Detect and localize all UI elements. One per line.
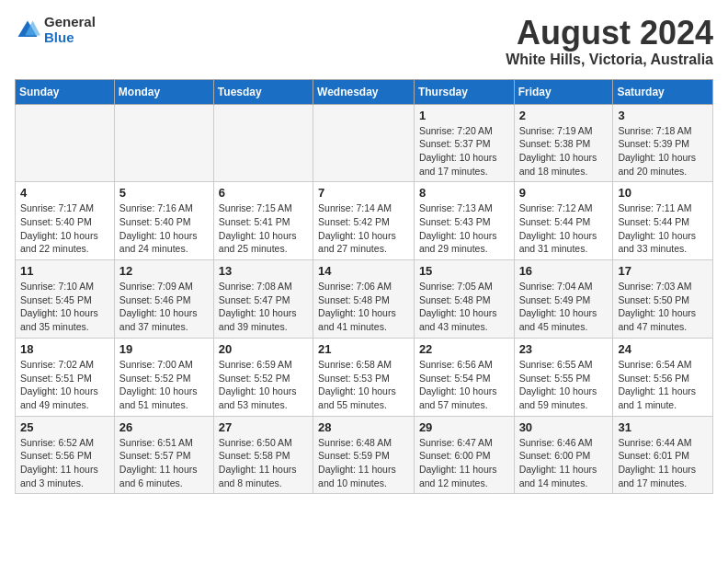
page-header: General Blue August 2024 White Hills, Vi… xyxy=(15,15,713,68)
cell-daylight-info: Sunrise: 6:59 AM Sunset: 5:52 PM Dayligh… xyxy=(219,358,308,412)
calendar-day-cell: 24Sunrise: 6:54 AM Sunset: 5:56 PM Dayli… xyxy=(613,338,713,416)
cell-date-number: 7 xyxy=(318,186,409,200)
cell-daylight-info: Sunrise: 7:13 AM Sunset: 5:43 PM Dayligh… xyxy=(419,201,509,256)
cell-daylight-info: Sunrise: 6:55 AM Sunset: 5:55 PM Dayligh… xyxy=(519,358,609,412)
empty-cell xyxy=(213,104,313,182)
calendar-week-row: 1Sunrise: 7:20 AM Sunset: 5:37 PM Daylig… xyxy=(16,104,713,182)
cell-date-number: 11 xyxy=(20,264,109,278)
calendar-day-cell: 6Sunrise: 7:15 AM Sunset: 5:41 PM Daylig… xyxy=(213,182,313,260)
day-header-monday: Monday xyxy=(114,79,213,104)
calendar-week-row: 18Sunrise: 7:02 AM Sunset: 5:51 PM Dayli… xyxy=(16,338,713,416)
cell-daylight-info: Sunrise: 6:50 AM Sunset: 5:58 PM Dayligh… xyxy=(219,436,308,490)
calendar-week-row: 4Sunrise: 7:17 AM Sunset: 5:40 PM Daylig… xyxy=(16,182,713,260)
calendar-day-cell: 25Sunrise: 6:52 AM Sunset: 5:56 PM Dayli… xyxy=(16,416,115,494)
cell-daylight-info: Sunrise: 6:54 AM Sunset: 5:56 PM Dayligh… xyxy=(618,358,708,412)
cell-date-number: 4 xyxy=(20,186,109,200)
calendar-day-cell: 31Sunrise: 6:44 AM Sunset: 6:01 PM Dayli… xyxy=(613,416,713,494)
calendar-day-cell: 13Sunrise: 7:08 AM Sunset: 5:47 PM Dayli… xyxy=(213,260,313,339)
day-header-sunday: Sunday xyxy=(16,79,115,104)
logo-general-text: General xyxy=(44,15,96,30)
calendar-day-cell: 16Sunrise: 7:04 AM Sunset: 5:49 PM Dayli… xyxy=(514,260,613,339)
calendar-table: SundayMondayTuesdayWednesdayThursdayFrid… xyxy=(15,79,713,495)
cell-date-number: 9 xyxy=(519,186,609,200)
cell-daylight-info: Sunrise: 7:09 AM Sunset: 5:46 PM Dayligh… xyxy=(119,280,209,334)
day-header-tuesday: Tuesday xyxy=(213,79,313,104)
location-subtitle: White Hills, Victoria, Australia xyxy=(506,52,713,68)
empty-cell xyxy=(313,104,415,182)
cell-date-number: 3 xyxy=(618,109,708,122)
calendar-day-cell: 9Sunrise: 7:12 AM Sunset: 5:44 PM Daylig… xyxy=(514,182,613,260)
calendar-day-cell: 21Sunrise: 6:58 AM Sunset: 5:53 PM Dayli… xyxy=(313,338,415,416)
day-header-wednesday: Wednesday xyxy=(313,79,415,104)
cell-daylight-info: Sunrise: 7:11 AM Sunset: 5:44 PM Dayligh… xyxy=(618,201,708,256)
cell-date-number: 26 xyxy=(119,420,209,434)
calendar-day-cell: 20Sunrise: 6:59 AM Sunset: 5:52 PM Dayli… xyxy=(213,338,313,416)
cell-date-number: 17 xyxy=(618,264,708,278)
cell-daylight-info: Sunrise: 6:44 AM Sunset: 6:01 PM Dayligh… xyxy=(618,436,708,490)
cell-daylight-info: Sunrise: 7:17 AM Sunset: 5:40 PM Dayligh… xyxy=(20,201,109,256)
calendar-day-cell: 8Sunrise: 7:13 AM Sunset: 5:43 PM Daylig… xyxy=(414,182,514,260)
cell-date-number: 31 xyxy=(618,420,708,434)
cell-daylight-info: Sunrise: 6:46 AM Sunset: 6:00 PM Dayligh… xyxy=(519,436,609,490)
cell-date-number: 10 xyxy=(618,186,708,200)
calendar-day-cell: 1Sunrise: 7:20 AM Sunset: 5:37 PM Daylig… xyxy=(414,104,514,182)
calendar-header-row: SundayMondayTuesdayWednesdayThursdayFrid… xyxy=(16,79,713,104)
logo: General Blue xyxy=(15,15,96,45)
main-title: August 2024 xyxy=(506,15,713,52)
calendar-day-cell: 26Sunrise: 6:51 AM Sunset: 5:57 PM Dayli… xyxy=(114,416,213,494)
cell-daylight-info: Sunrise: 7:15 AM Sunset: 5:41 PM Dayligh… xyxy=(219,201,308,256)
calendar-day-cell: 17Sunrise: 7:03 AM Sunset: 5:50 PM Dayli… xyxy=(613,260,713,339)
cell-date-number: 29 xyxy=(419,420,509,434)
cell-daylight-info: Sunrise: 7:19 AM Sunset: 5:38 PM Dayligh… xyxy=(519,124,609,178)
cell-daylight-info: Sunrise: 7:04 AM Sunset: 5:49 PM Dayligh… xyxy=(519,280,609,334)
calendar-day-cell: 10Sunrise: 7:11 AM Sunset: 5:44 PM Dayli… xyxy=(613,182,713,260)
cell-date-number: 16 xyxy=(519,264,609,278)
cell-date-number: 25 xyxy=(20,420,109,434)
cell-date-number: 18 xyxy=(20,342,109,356)
cell-daylight-info: Sunrise: 7:02 AM Sunset: 5:51 PM Dayligh… xyxy=(20,358,109,412)
cell-date-number: 15 xyxy=(419,264,509,278)
calendar-day-cell: 29Sunrise: 6:47 AM Sunset: 6:00 PM Dayli… xyxy=(414,416,514,494)
logo-text: General Blue xyxy=(44,15,96,45)
cell-daylight-info: Sunrise: 7:00 AM Sunset: 5:52 PM Dayligh… xyxy=(119,358,209,412)
day-header-saturday: Saturday xyxy=(613,79,713,104)
cell-date-number: 27 xyxy=(219,420,308,434)
calendar-day-cell: 14Sunrise: 7:06 AM Sunset: 5:48 PM Dayli… xyxy=(313,260,415,339)
calendar-day-cell: 3Sunrise: 7:18 AM Sunset: 5:39 PM Daylig… xyxy=(613,104,713,182)
cell-date-number: 30 xyxy=(519,420,609,434)
cell-date-number: 22 xyxy=(419,342,509,356)
calendar-week-row: 11Sunrise: 7:10 AM Sunset: 5:45 PM Dayli… xyxy=(16,260,713,339)
logo-blue-text: Blue xyxy=(44,30,96,46)
cell-daylight-info: Sunrise: 7:03 AM Sunset: 5:50 PM Dayligh… xyxy=(618,280,708,334)
calendar-day-cell: 2Sunrise: 7:19 AM Sunset: 5:38 PM Daylig… xyxy=(514,104,613,182)
empty-cell xyxy=(16,104,115,182)
cell-date-number: 13 xyxy=(219,264,308,278)
calendar-week-row: 25Sunrise: 6:52 AM Sunset: 5:56 PM Dayli… xyxy=(16,416,713,494)
cell-daylight-info: Sunrise: 7:06 AM Sunset: 5:48 PM Dayligh… xyxy=(318,280,409,334)
cell-daylight-info: Sunrise: 7:20 AM Sunset: 5:37 PM Dayligh… xyxy=(419,124,509,178)
cell-date-number: 12 xyxy=(119,264,209,278)
cell-daylight-info: Sunrise: 7:10 AM Sunset: 5:45 PM Dayligh… xyxy=(20,280,109,334)
cell-date-number: 1 xyxy=(419,109,509,122)
calendar-day-cell: 27Sunrise: 6:50 AM Sunset: 5:58 PM Dayli… xyxy=(213,416,313,494)
calendar-day-cell: 12Sunrise: 7:09 AM Sunset: 5:46 PM Dayli… xyxy=(114,260,213,339)
cell-date-number: 5 xyxy=(119,186,209,200)
cell-date-number: 28 xyxy=(318,420,409,434)
calendar-day-cell: 22Sunrise: 6:56 AM Sunset: 5:54 PM Dayli… xyxy=(414,338,514,416)
logo-icon xyxy=(15,17,40,43)
calendar-day-cell: 11Sunrise: 7:10 AM Sunset: 5:45 PM Dayli… xyxy=(16,260,115,339)
calendar-day-cell: 7Sunrise: 7:14 AM Sunset: 5:42 PM Daylig… xyxy=(313,182,415,260)
cell-date-number: 20 xyxy=(219,342,308,356)
calendar-day-cell: 23Sunrise: 6:55 AM Sunset: 5:55 PM Dayli… xyxy=(514,338,613,416)
day-header-friday: Friday xyxy=(514,79,613,104)
cell-date-number: 8 xyxy=(419,186,509,200)
cell-daylight-info: Sunrise: 6:47 AM Sunset: 6:00 PM Dayligh… xyxy=(419,436,509,490)
calendar-day-cell: 5Sunrise: 7:16 AM Sunset: 5:40 PM Daylig… xyxy=(114,182,213,260)
cell-daylight-info: Sunrise: 6:48 AM Sunset: 5:59 PM Dayligh… xyxy=(318,436,409,490)
calendar-day-cell: 19Sunrise: 7:00 AM Sunset: 5:52 PM Dayli… xyxy=(114,338,213,416)
cell-daylight-info: Sunrise: 7:08 AM Sunset: 5:47 PM Dayligh… xyxy=(219,280,308,334)
calendar-day-cell: 18Sunrise: 7:02 AM Sunset: 5:51 PM Dayli… xyxy=(16,338,115,416)
empty-cell xyxy=(114,104,213,182)
cell-date-number: 2 xyxy=(519,109,609,122)
calendar-day-cell: 15Sunrise: 7:05 AM Sunset: 5:48 PM Dayli… xyxy=(414,260,514,339)
